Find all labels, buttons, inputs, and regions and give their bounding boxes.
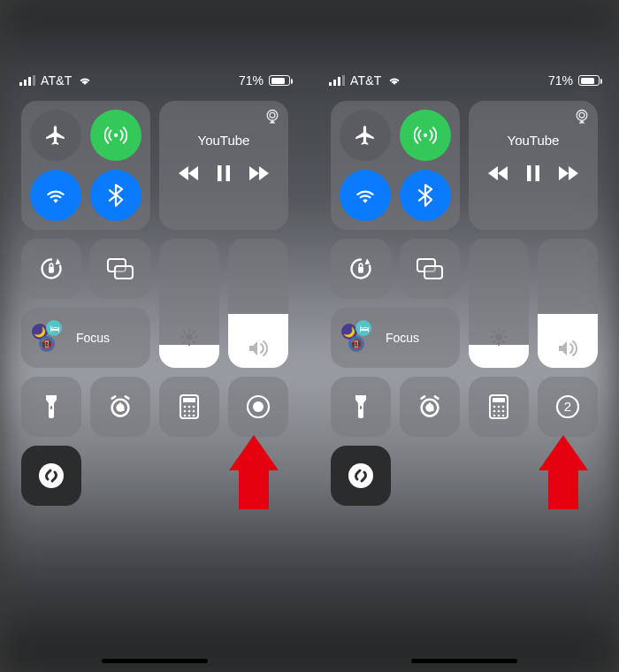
bluetooth-toggle[interactable] (400, 170, 451, 221)
svg-line-56 (503, 341, 505, 343)
wifi-icon (387, 75, 401, 86)
focus-toggle[interactable]: 🌙 🛏 📵 Focus (21, 308, 150, 368)
cellular-data-toggle[interactable] (90, 110, 141, 161)
flashlight-button[interactable] (21, 377, 81, 437)
sun-icon (489, 327, 508, 347)
svg-rect-8 (226, 165, 231, 181)
volume-slider[interactable] (228, 239, 288, 368)
media-title: YouTube (198, 133, 250, 148)
home-indicator[interactable] (102, 659, 208, 663)
svg-point-66 (502, 406, 505, 409)
flashlight-button[interactable] (331, 377, 391, 437)
forward-button[interactable] (559, 166, 578, 180)
svg-line-55 (493, 331, 494, 332)
connectivity-module[interactable] (21, 101, 150, 230)
flashlight-icon (44, 393, 58, 420)
orientation-lock-toggle[interactable] (331, 239, 391, 299)
svg-point-69 (502, 410, 505, 413)
carrier-label: AT&T (350, 73, 382, 88)
callout-arrow (541, 435, 585, 509)
svg-rect-7 (218, 165, 222, 181)
connectivity-module[interactable] (331, 101, 460, 230)
svg-point-61 (425, 404, 433, 412)
svg-line-20 (194, 331, 195, 332)
svg-rect-1 (24, 80, 27, 86)
pause-button[interactable] (527, 165, 539, 181)
rewind-button[interactable] (179, 166, 198, 180)
screen-mirroring-icon (107, 258, 134, 279)
svg-point-75 (348, 463, 373, 488)
wifi-toggle[interactable] (30, 170, 81, 221)
cellular-data-toggle[interactable] (400, 110, 451, 161)
media-title: YouTube (508, 133, 560, 148)
orientation-lock-toggle[interactable] (21, 239, 81, 299)
svg-point-68 (498, 410, 501, 413)
alarm-clock-icon (108, 394, 133, 419)
screen-mirroring-toggle[interactable] (90, 239, 150, 299)
svg-line-19 (183, 341, 185, 343)
shazam-button[interactable] (331, 446, 391, 506)
timer-button[interactable] (90, 377, 150, 437)
antenna-icon (104, 124, 127, 147)
svg-rect-3 (33, 75, 35, 86)
svg-point-37 (39, 463, 64, 488)
svg-rect-41 (342, 75, 345, 86)
focus-label: Focus (76, 331, 110, 345)
status-bar: AT&T 71% (310, 69, 619, 92)
flashlight-icon (354, 393, 368, 420)
media-module[interactable]: YouTube (159, 101, 288, 230)
speaker-icon (248, 340, 269, 357)
bluetooth-toggle[interactable] (90, 170, 141, 221)
svg-rect-11 (115, 266, 133, 279)
airplay-icon[interactable] (573, 108, 591, 126)
svg-point-27 (188, 406, 191, 409)
airplane-mode-toggle[interactable] (340, 110, 391, 161)
calculator-button[interactable] (159, 377, 219, 437)
svg-rect-47 (358, 267, 363, 273)
cellular-bars-icon (329, 75, 345, 86)
antenna-icon (414, 124, 437, 147)
media-module[interactable]: YouTube (469, 101, 598, 230)
battery-icon (578, 75, 600, 86)
svg-point-34 (193, 415, 195, 417)
svg-point-23 (116, 404, 124, 412)
volume-slider[interactable] (538, 239, 598, 368)
svg-point-64 (493, 406, 496, 409)
rewind-button[interactable] (488, 166, 508, 180)
svg-rect-46 (536, 165, 540, 181)
svg-point-67 (493, 410, 496, 413)
svg-point-31 (193, 410, 195, 413)
svg-rect-63 (493, 398, 505, 402)
svg-point-12 (186, 333, 192, 340)
shazam-button[interactable] (21, 446, 81, 506)
svg-rect-9 (49, 267, 54, 273)
svg-point-6 (270, 112, 275, 118)
svg-rect-59 (360, 406, 362, 409)
focus-toggle[interactable]: 🌙 🛏 📵 Focus (331, 308, 460, 368)
battery-percent: 71% (548, 73, 573, 88)
svg-point-43 (577, 111, 587, 121)
svg-rect-21 (50, 406, 52, 409)
airplay-icon[interactable] (264, 108, 281, 126)
svg-line-58 (503, 331, 505, 332)
forward-button[interactable] (249, 166, 269, 180)
screen-mirroring-toggle[interactable] (400, 239, 460, 299)
airplane-icon (354, 124, 377, 147)
svg-point-71 (498, 415, 501, 417)
svg-rect-49 (424, 266, 442, 279)
svg-rect-40 (338, 77, 340, 86)
svg-point-28 (193, 406, 195, 409)
svg-line-57 (493, 341, 494, 343)
wifi-toggle[interactable] (340, 170, 391, 221)
airplane-mode-toggle[interactable] (30, 110, 81, 161)
calculator-button[interactable] (469, 377, 529, 437)
pause-button[interactable] (218, 165, 230, 181)
calculator-icon (489, 394, 508, 419)
brightness-slider[interactable] (159, 239, 219, 368)
home-indicator[interactable] (411, 659, 517, 663)
svg-point-72 (502, 415, 505, 417)
svg-point-65 (498, 406, 501, 409)
svg-point-4 (114, 134, 118, 137)
timer-button[interactable] (400, 377, 460, 437)
brightness-slider[interactable] (469, 239, 529, 368)
